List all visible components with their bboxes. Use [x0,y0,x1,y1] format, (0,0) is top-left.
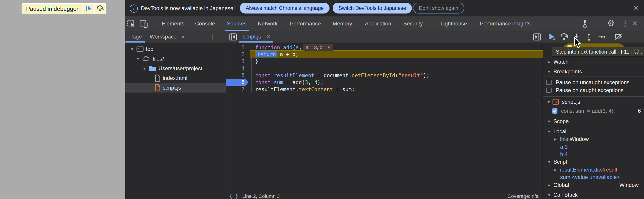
devtools-close-icon[interactable]: ✕ [632,20,638,28]
scope-colon: : [593,166,594,173]
notification-close-icon[interactable]: ✕ [634,4,639,12]
pretty-print-icon[interactable]: { } [229,193,238,199]
caret-down-icon[interactable]: ▾ [547,69,552,74]
deactivate-breakpoints-button[interactable] [614,33,623,41]
tab-security[interactable]: Security [403,17,423,31]
scope-local-group[interactable]: ▾ Local [542,128,644,135]
execution-line[interactable]: return a + b; [250,50,542,58]
pause-uncaught-checkbox[interactable] [546,80,552,85]
breakpoint-entry[interactable]: const sum = add(3, 4); 6 [542,107,644,115]
line-number[interactable]: 3 [226,58,244,65]
resume-script-button[interactable] [83,4,94,14]
scope-this-row[interactable]: ▸ this: Window [542,135,644,143]
code-token: = [333,86,342,92]
code-token: = [314,73,324,78]
caret-down-icon[interactable]: ▾ [547,159,552,164]
tab-network[interactable]: Network [258,17,278,31]
navigator-tab-page[interactable]: Page [129,31,142,43]
resume-script-execution-button[interactable] [548,33,556,41]
code-line-1[interactable]: function add(a, b) { [250,44,542,51]
scope-this-value: Window [570,136,589,142]
line-number[interactable]: 1 [226,44,244,51]
switch-to-japanese-button[interactable]: Switch DevTools to Japanese [333,3,412,14]
tree-item-file-origin[interactable]: ▾ file:// [125,54,236,64]
pause-uncaught-exceptions-row[interactable]: Pause on uncaught exceptions [542,79,644,86]
line-number[interactable]: 4 [226,65,244,72]
caret-right-icon[interactable]: ▸ [547,182,552,188]
caret-down-icon[interactable]: ▾ [136,56,140,62]
step-over-button-page[interactable] [95,4,106,14]
code-line-6[interactable]: const sum = add(3, 4); [250,79,542,86]
tab-elements[interactable]: Elements [162,17,184,31]
scope-result-tag: div [594,166,601,173]
devtools-menu-kebab-icon[interactable]: ⋮ [622,20,628,28]
caret-right-icon[interactable]: ▸ [553,136,558,142]
caret-down-icon[interactable]: ▾ [130,46,135,52]
settings-gear-icon[interactable]: ⚙ [607,19,614,27]
caret-right-icon[interactable]: ▸ [547,59,552,65]
editor-tab-script-js[interactable]: script.js [243,31,261,43]
navigator-more-tabs-icon[interactable]: » [181,31,185,43]
tab-memory[interactable]: Memory [333,17,352,31]
code-token [271,73,274,78]
device-toolbar-icon[interactable] [140,20,148,29]
coverage-label[interactable]: Coverage: n/a [504,193,538,199]
section-divider [542,117,644,117]
editor-code-area[interactable] [226,43,542,193]
scope-script-group[interactable]: ▾ Script [542,158,644,166]
caret-down-icon[interactable]: ▾ [546,99,551,105]
tab-application[interactable]: Application [365,17,391,31]
step-out-button[interactable] [585,33,593,41]
breakpoints-section-header[interactable]: ▾ Breakpoints [542,68,644,75]
navigator-tab-workspace[interactable]: Workspace [150,31,177,43]
tab-performance-insights[interactable]: Performance insights [480,17,530,31]
dont-show-again-button[interactable]: Don't show again [413,3,464,14]
editor-tab-close-icon[interactable]: ✕ [266,31,270,43]
caret-down-icon[interactable]: ▾ [547,119,552,124]
scope-global-row[interactable]: ▸ Global Window [542,181,644,189]
code-token: getElementById [352,73,395,78]
code-line-7[interactable]: resultElement.textContent = sum; [250,86,542,93]
line-number[interactable]: 5 [226,72,244,79]
navigator-menu-kebab-icon[interactable]: ⋮ [210,31,215,43]
hide-navigator-icon[interactable] [229,33,237,41]
caret-down-icon[interactable]: ▾ [547,129,552,134]
pause-caught-checkbox[interactable] [546,88,552,93]
watch-section-header[interactable]: ▸ Watch [542,58,644,66]
line-number[interactable]: 7 [226,86,244,93]
step-button[interactable] [598,33,606,41]
scope-sum-row[interactable]: sum: <value unavailable> [542,173,644,181]
tab-console[interactable]: Console [195,17,215,31]
pause-caught-exceptions-row[interactable]: Pause on caught exceptions [542,86,644,94]
line-number-breakpoint[interactable]: 6 [226,79,244,86]
breakpoint-enabled-checkbox[interactable] [552,108,558,114]
tab-lighthouse[interactable]: Lighthouse [440,17,467,31]
caret-right-icon[interactable]: ▸ [553,167,558,172]
tab-performance[interactable]: Performance [290,17,321,31]
scope-section-header[interactable]: ▾ Scope [542,117,644,125]
tree-item-project-folder[interactable]: ▾ Users/user/project [125,64,242,73]
call-stack-label: Call Stack [554,192,578,198]
inspect-element-icon[interactable] [127,20,136,29]
caret-down-icon[interactable]: ▾ [547,192,552,198]
tree-item-top[interactable]: ▾ top [125,44,230,54]
code-token: resultElement. [255,86,299,92]
breakpoint-file-group[interactable]: ▾ ‹› script.js [542,98,644,106]
code-line-5[interactable]: const resultElement = document.getElemen… [250,72,542,79]
tab-sources[interactable]: Sources [227,17,246,31]
code-line-3[interactable]: } [250,58,542,65]
scope-colon: : [563,144,565,150]
file-icon [155,75,160,82]
caret-down-icon[interactable]: ▾ [142,66,147,71]
line-number[interactable]: 2 [226,51,244,58]
scope-a-row[interactable]: a: 3 [542,143,644,151]
scope-result-element-row[interactable]: ▸ resultElement: div#result [542,166,644,173]
scope-b-row[interactable]: b: 4 [542,151,644,158]
show-debugger-panel-icon[interactable] [533,33,541,41]
tree-item-label: top [146,46,153,52]
screen: Paused in debugger i DevTools is now ava… [0,0,644,199]
call-stack-section-header[interactable]: ▾ Call Stack [542,191,644,199]
script-file-icon [155,84,160,91]
step-over-next-call-button[interactable] [560,33,568,41]
always-match-language-button[interactable]: Always match Chrome's language [240,3,330,14]
